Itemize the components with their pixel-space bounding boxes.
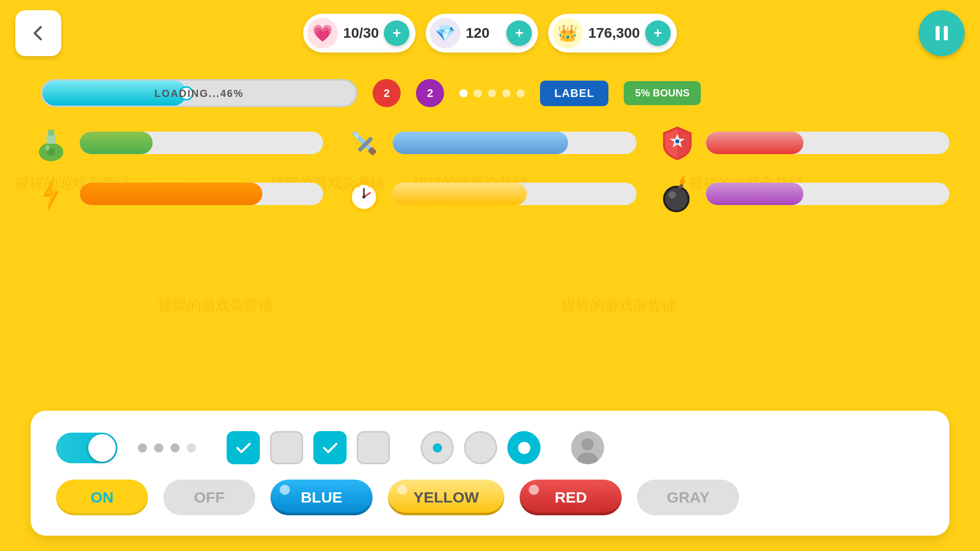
bomb-icon — [657, 173, 698, 214]
potion-progress-fill — [80, 132, 153, 154]
svg-point-12 — [675, 139, 679, 143]
blue-btn-label: BLUE — [301, 489, 342, 506]
svg-rect-1 — [944, 26, 948, 40]
radio-inner — [518, 442, 530, 454]
bomb-progress-track — [706, 183, 949, 205]
loading-bar: LOADING...46% — [41, 79, 357, 107]
gems-add-button[interactable]: + — [506, 20, 532, 46]
potion-icon — [31, 122, 71, 163]
off-button[interactable]: OFF — [163, 480, 255, 515]
svg-point-20 — [362, 195, 365, 198]
coins-add-button[interactable]: + — [645, 20, 671, 46]
shield-progress-fill — [706, 132, 803, 154]
label-button[interactable]: LABEL — [540, 81, 608, 106]
bomb-progress-fill — [706, 183, 803, 205]
sword-icon — [344, 122, 384, 163]
badge-red: 2 — [373, 79, 401, 107]
dot-1 — [459, 89, 468, 97]
yellow-btn-label: YELLOW — [413, 489, 479, 506]
loading-text: LOADING...46% — [42, 87, 356, 99]
timer-progress-track — [393, 183, 636, 205]
on-button[interactable]: ON — [56, 480, 148, 515]
watermark-5: 猩猩的游戏杂货铺 — [158, 296, 273, 315]
svg-rect-4 — [48, 130, 54, 136]
sword-progress-fill — [393, 132, 568, 154]
blue-button[interactable]: BLUE — [271, 480, 373, 515]
svg-point-25 — [669, 191, 676, 198]
red-btn-label: RED — [555, 489, 587, 506]
controls-row — [56, 431, 924, 464]
progress-bars-section — [31, 122, 949, 224]
red-button[interactable]: RED — [520, 480, 622, 515]
panel-dot-2 — [154, 443, 163, 453]
dot-5 — [517, 89, 525, 97]
timer-bar — [344, 173, 636, 214]
pagination-dots — [459, 89, 525, 97]
lightning-icon — [31, 173, 71, 214]
gray-button[interactable]: GRAY — [637, 480, 739, 515]
potion-progress-track — [80, 132, 323, 154]
gems-resource: 💎 120 + — [426, 14, 538, 53]
coins-value: 176,300 — [588, 25, 640, 41]
shield-bar — [657, 122, 949, 163]
watermark-6: 猩猩的游戏杂货铺 — [561, 296, 676, 315]
hearts-value: 10/30 — [343, 25, 379, 41]
toggle-thumb — [88, 434, 116, 462]
shield-progress-track — [706, 132, 949, 154]
gems-value: 120 — [465, 25, 501, 41]
pause-button[interactable] — [919, 10, 965, 56]
yellow-btn-dot — [397, 485, 407, 495]
radio-3[interactable] — [507, 431, 541, 464]
dot-2 — [474, 89, 482, 97]
hearts-add-button[interactable]: + — [384, 20, 409, 46]
resource-bar: 💗 10/30 + 💎 120 + 👑 176,300 + — [303, 14, 676, 53]
sword-bar — [344, 122, 636, 163]
heart-icon: 💗 — [307, 18, 338, 48]
hearts-resource: 💗 10/30 + — [303, 14, 415, 53]
toggle-switch[interactable] — [56, 433, 117, 463]
bars-row-1 — [31, 122, 949, 163]
lightning-bar — [31, 173, 323, 214]
coin-icon: 👑 — [552, 18, 583, 48]
top-bar: 💗 10/30 + 💎 120 + 👑 176,300 + — [0, 10, 980, 56]
svg-line-28 — [682, 177, 684, 179]
bars-row-2 — [31, 173, 949, 214]
avatar — [571, 431, 604, 464]
panel-dots — [138, 443, 196, 453]
svg-point-24 — [665, 188, 688, 210]
loading-section: LOADING...46% 2 2 LABEL 5% BOUNS — [41, 79, 939, 107]
buttons-row: ON OFF BLUE YELLOW RED GRAY — [56, 480, 924, 515]
checkbox-group — [227, 431, 390, 464]
radio-2[interactable] — [464, 431, 497, 464]
dot-3 — [488, 89, 496, 97]
radio-group — [421, 431, 541, 464]
panel-dot-4 — [187, 443, 196, 453]
bomb-bar — [657, 173, 949, 214]
toggle-track — [56, 433, 117, 463]
panel-dot-3 — [170, 443, 180, 453]
svg-point-27 — [680, 179, 685, 184]
checkbox-2[interactable] — [270, 431, 303, 464]
yellow-button[interactable]: YELLOW — [388, 480, 504, 515]
checkbox-1[interactable] — [227, 431, 260, 464]
gem-icon: 💎 — [430, 18, 460, 48]
red-btn-dot — [529, 485, 539, 495]
checkbox-3[interactable] — [313, 431, 347, 464]
panel-dot-1 — [138, 443, 147, 453]
lightning-progress-fill — [80, 183, 262, 205]
timer-progress-fill — [393, 183, 527, 205]
lightning-progress-track — [80, 183, 323, 205]
svg-rect-19 — [360, 181, 368, 185]
shield-icon — [657, 122, 698, 163]
potion-bar — [31, 122, 323, 163]
gray-btn-label: GRAY — [667, 489, 709, 506]
badge-purple: 2 — [416, 79, 444, 107]
sword-progress-track — [393, 132, 636, 154]
checkbox-4[interactable] — [357, 431, 390, 464]
bonus-button[interactable]: 5% BOUNS — [624, 81, 701, 105]
radio-1[interactable] — [421, 431, 454, 464]
back-button[interactable] — [15, 10, 61, 56]
svg-point-6 — [45, 145, 50, 151]
dot-4 — [502, 89, 510, 97]
svg-rect-0 — [936, 26, 940, 40]
